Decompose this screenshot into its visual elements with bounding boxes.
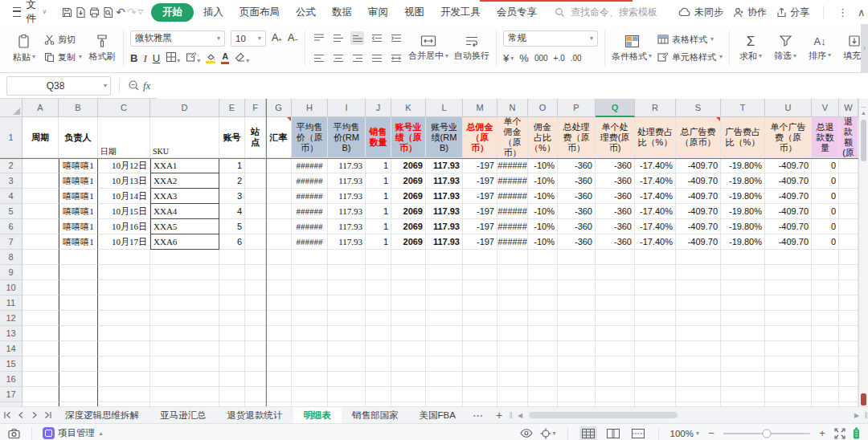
cell-A13[interactable] [23,326,59,341]
cell-L4[interactable]: 117.93 [426,189,463,204]
cell-E6[interactable]: 5 [219,219,245,234]
cell-T7[interactable]: -19.80% [721,234,765,250]
select-all-corner[interactable] [0,99,23,117]
cell-N12[interactable] [497,311,528,326]
cell-F9[interactable] [245,265,266,280]
cell-J10[interactable] [366,280,391,295]
cell-C8[interactable] [98,250,150,265]
cell-G13[interactable] [266,326,292,341]
next-sheet-button[interactable] [27,407,41,423]
cell-F12[interactable] [245,311,266,326]
cell-H8[interactable] [292,250,328,265]
cell-R16[interactable] [635,372,676,387]
draw-border-button[interactable]: ▾ [186,51,200,65]
cell-M6[interactable]: -197 [463,219,497,234]
cell-G14[interactable] [266,341,292,356]
cell-Q13[interactable] [596,326,635,341]
cell-F3[interactable] [245,173,266,189]
cell-U17[interactable] [765,387,812,402]
cell-N17[interactable] [497,387,528,402]
row-header-13[interactable]: 13 [0,326,23,341]
cell-B8[interactable] [59,250,98,265]
page-break-view-button[interactable] [629,426,647,440]
cell-H11[interactable] [292,295,328,311]
cell-N4[interactable]: ###### [497,189,528,204]
cell-C14[interactable] [98,341,150,356]
header-cell-F1[interactable]: 站点 [245,117,266,158]
cell-R5[interactable]: -17.40% [635,204,676,219]
cell-D4[interactable]: XXA3 [150,189,219,204]
cell-P17[interactable] [558,387,596,402]
cell-S4[interactable]: -409.70 [676,189,721,204]
cell-D5[interactable]: XXA4 [150,204,219,219]
cell-F8[interactable] [245,250,266,265]
cell-E11[interactable] [219,295,245,311]
more-options-button[interactable]: ⋮ [837,6,848,18]
cell-K15[interactable] [391,356,426,372]
first-sheet-button[interactable] [0,407,14,423]
cell-K2[interactable]: 2069 [391,158,426,173]
column-header-A[interactable]: A [23,99,59,117]
font-color-button[interactable]: A [221,52,229,64]
cell-S16[interactable] [676,372,721,387]
header-cell-V1[interactable]: 总退款数量 [812,117,839,158]
menu-tab-开始[interactable]: 开始 [151,3,194,22]
cell-L9[interactable] [426,265,463,280]
cell-K10[interactable] [391,280,426,295]
cell-I6[interactable]: 117.93 [328,219,366,234]
cell-H14[interactable] [292,341,328,356]
header-cell-P1[interactable]: 总处理费（原币） [558,117,596,158]
header-cell-J1[interactable]: 销售数量 [366,117,391,158]
tab-splitter[interactable]: ‖ [509,407,513,423]
cell-T13[interactable] [721,326,765,341]
cell-S8[interactable] [676,250,721,265]
column-header-S[interactable]: S [676,99,721,117]
align-top-button[interactable] [312,31,326,45]
cell-T9[interactable] [721,265,765,280]
cell-N8[interactable] [497,250,528,265]
cell-E9[interactable] [219,265,245,280]
cell-M10[interactable] [463,280,497,295]
cell-C16[interactable] [98,372,150,387]
add-sheet-button[interactable]: + [489,407,509,423]
cell-A5[interactable] [23,204,59,219]
italic-button[interactable]: I [143,52,146,65]
cell-I9[interactable] [328,265,366,280]
column-header-J[interactable]: J [366,99,391,117]
menu-tab-数据[interactable]: 数据 [324,3,360,22]
conditional-format-button[interactable]: 条件格式▾ [612,35,652,63]
cell-H15[interactable] [292,356,328,372]
cell-B5[interactable]: 嘻嘻嘻1 [59,204,98,219]
cell-C10[interactable] [98,280,150,295]
column-header-O[interactable]: O [528,99,558,117]
cell-O10[interactable] [528,280,558,295]
cell-P7[interactable]: -360 [558,234,596,250]
cell-S17[interactable] [676,387,721,402]
column-header-L[interactable]: L [426,99,463,117]
cell-R9[interactable] [635,265,676,280]
cell-U10[interactable] [765,280,812,295]
cell-O9[interactable] [528,265,558,280]
cell-V5[interactable]: 0 [812,204,839,219]
cell-L2[interactable]: 117.93 [426,158,463,173]
cell-D2[interactable]: XXA1 [150,158,219,173]
cell-A4[interactable] [23,189,59,204]
zoom-in-button[interactable]: + [817,427,827,439]
cell-B12[interactable] [59,311,98,326]
header-cell-H1[interactable]: 平均售价（原币） [292,117,328,158]
vertical-scrollbar[interactable]: ▲ [858,99,868,406]
cell-C4[interactable]: 10月14日 [98,189,150,204]
cell-A12[interactable] [23,311,59,326]
cell-D16[interactable] [150,372,219,387]
cell-A7[interactable] [23,234,59,250]
column-header-N[interactable]: N [497,99,528,117]
cell-E12[interactable] [219,311,245,326]
align-center-button[interactable] [331,51,345,65]
menu-tab-页面布局[interactable]: 页面布局 [231,3,288,22]
zoom-slider[interactable] [723,433,810,434]
column-header-P[interactable]: P [558,99,596,117]
header-cell-T1[interactable]: 广告费占比（%） [721,117,765,158]
cell-U12[interactable] [765,311,812,326]
cell-D8[interactable] [150,250,219,265]
cell-T4[interactable]: -19.80% [721,189,765,204]
